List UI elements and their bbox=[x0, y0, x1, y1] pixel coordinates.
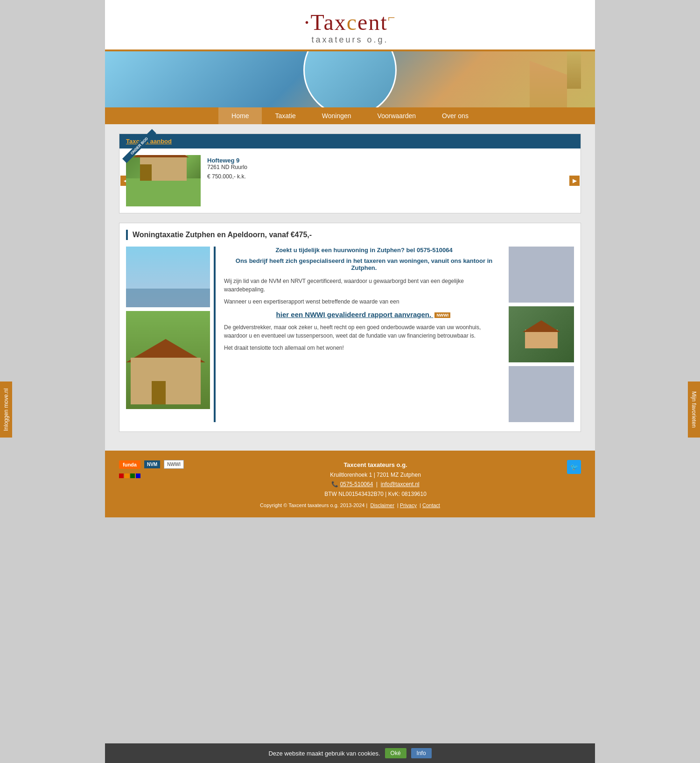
nav-home[interactable]: Home bbox=[218, 107, 262, 124]
taxatie-right-img-1 bbox=[509, 247, 574, 303]
aanbod-header: Taxcent aanbod bbox=[119, 134, 581, 148]
footer-address: Kruiltlorenhoek 1 | 7201 MZ Zutphen bbox=[324, 470, 427, 480]
footer-phone-email: 📞 0575-510064 | info@taxcent.nl bbox=[324, 480, 427, 489]
nav-voorwaarden[interactable]: Voorwaarden bbox=[364, 107, 429, 124]
taxatie-body1: Wij zijn lid van de NVM en NRVT gecertif… bbox=[224, 277, 504, 294]
footer-disclaimer[interactable]: Disclaimer bbox=[371, 502, 394, 508]
taxatie-body4: Het draait tenslotte toch allemaal om he… bbox=[224, 344, 504, 352]
header: ·Taxcent⌐ taxateurs o.g. bbox=[105, 0, 595, 51]
nav-woningen[interactable]: Woningen bbox=[309, 107, 364, 124]
nwwi-badge: NWWI bbox=[434, 312, 450, 318]
hero-building bbox=[530, 61, 567, 107]
color-squares bbox=[119, 473, 184, 478]
property-image-wrap: ONDER BOD bbox=[126, 155, 201, 206]
sidebar-right[interactable]: Mijn favorieten bbox=[688, 382, 700, 438]
footer-btw: BTW NL001543432B70 | KvK: 08139610 bbox=[324, 489, 427, 499]
footer-inner: funda NVM NWWI Taxcent taxateurs o.g. Kr… bbox=[119, 460, 581, 499]
nwwi-link[interactable]: hier een NWWI gevalideerd rapport aanvra… bbox=[224, 311, 504, 318]
logo-subtitle: taxateurs o.g. bbox=[105, 35, 595, 45]
taxatie-img-col bbox=[126, 247, 210, 422]
footer-logo-row: funda NVM NWWI bbox=[119, 460, 184, 469]
logo-funda: funda bbox=[119, 460, 140, 469]
logo-nvm: NVM bbox=[144, 460, 160, 468]
taxatie-content: Zoekt u tijdelijk een huurwoning in Zutp… bbox=[126, 247, 574, 422]
nav-over-ons[interactable]: Over ons bbox=[429, 107, 482, 124]
sq-orange bbox=[125, 473, 129, 478]
sq-green bbox=[130, 473, 135, 478]
footer-logos: funda NVM NWWI bbox=[119, 460, 184, 478]
hero-circle bbox=[303, 51, 397, 107]
main-nav: Home Taxatie Woningen Voorwaarden Over o… bbox=[105, 107, 595, 124]
nav-taxatie[interactable]: Taxatie bbox=[262, 107, 308, 124]
sidebar-right-label: Mijn favorieten bbox=[691, 391, 697, 428]
footer-phone-link[interactable]: 0575-510064 bbox=[340, 481, 373, 487]
sidebar-left-label: Inloggen move.nl bbox=[3, 388, 9, 431]
twitter-button[interactable]: 🐦 bbox=[567, 460, 581, 474]
sq-blue bbox=[136, 473, 140, 478]
logo-bracket: ⌐ bbox=[388, 10, 396, 25]
next-arrow[interactable]: ▶ bbox=[569, 176, 580, 186]
property-listing: ◀ ONDER BOD Hofteweg 9 7261 ND Ruurlo € … bbox=[119, 148, 581, 213]
logo-nwwi: NWWI bbox=[164, 460, 184, 469]
taxatie-title-bar: Woningtaxatie Zutphen en Apeldoorn, vana… bbox=[126, 230, 574, 240]
property-address: 7261 ND Ruurlo bbox=[207, 164, 247, 170]
taxatie-img-bottom bbox=[126, 311, 210, 409]
taxatie-section: Woningtaxatie Zutphen en Apeldoorn, vana… bbox=[119, 223, 581, 432]
footer-right: 🐦 bbox=[567, 460, 581, 474]
footer-privacy[interactable]: Privacy bbox=[400, 502, 417, 508]
taxatie-title: Woningtaxatie Zutphen en Apeldoorn, vana… bbox=[133, 231, 312, 239]
footer-copyright: Copyright © Taxcent taxateurs o.g. 2013-… bbox=[260, 502, 367, 508]
content-area: Taxcent aanbod ◀ ONDER BOD Hofteweg 9 bbox=[105, 124, 595, 451]
logo: ·Taxcent⌐ bbox=[105, 9, 595, 35]
title-accent bbox=[126, 230, 128, 240]
hero-tower bbox=[567, 51, 581, 89]
sidebar-left[interactable]: Inloggen move.nl bbox=[0, 382, 12, 438]
footer-email-link[interactable]: info@taxcent.nl bbox=[381, 481, 420, 487]
footer-company-name: Taxcent taxateurs o.g. bbox=[324, 460, 427, 470]
property-name: Hofteweg 9 bbox=[207, 157, 247, 164]
phone-text[interactable]: Zoekt u tijdelijk een huurwoning in Zutp… bbox=[224, 247, 504, 254]
property-price: € 750.000,- k.k. bbox=[207, 173, 247, 180]
footer: funda NVM NWWI Taxcent taxateurs o.g. Kr… bbox=[105, 451, 595, 517]
taxatie-subtitle: Ons bedrijf heeft zich gespecialiseerd i… bbox=[224, 257, 504, 271]
taxatie-text-col: Zoekt u tijdelijk een huurwoning in Zutp… bbox=[219, 247, 509, 422]
nwwi-link-text: hier een NWWI gevalideerd rapport aanvra… bbox=[276, 311, 432, 318]
blue-accent-bar bbox=[214, 247, 216, 422]
hero-banner bbox=[105, 51, 595, 107]
taxatie-body3: De geldverstrekker, maar ook zeker u, he… bbox=[224, 323, 504, 340]
footer-bottom: Copyright © Taxcent taxateurs o.g. 2013-… bbox=[119, 502, 581, 508]
logo-dot: ·Tax bbox=[304, 10, 346, 35]
taxatie-right-img-2 bbox=[509, 306, 574, 362]
taxatie-right-img-3 bbox=[509, 366, 574, 422]
property-image bbox=[126, 155, 201, 206]
footer-center: Taxcent taxateurs o.g. Kruiltlorenhoek 1… bbox=[324, 460, 427, 499]
sq-red bbox=[119, 473, 124, 478]
logo-ent: ent bbox=[357, 10, 388, 35]
taxatie-body2: Wanneer u een expertiserapport wenst bet… bbox=[224, 297, 504, 306]
logo-c: c bbox=[347, 10, 357, 35]
property-info: Hofteweg 9 7261 ND Ruurlo € 750.000,- k.… bbox=[207, 155, 247, 206]
footer-contact[interactable]: Contact bbox=[422, 502, 440, 508]
taxatie-img-top bbox=[126, 247, 210, 307]
taxatie-house bbox=[131, 358, 201, 404]
aanbod-section: Taxcent aanbod ◀ ONDER BOD Hofteweg 9 bbox=[119, 134, 581, 213]
taxatie-img-right-col bbox=[509, 247, 574, 422]
